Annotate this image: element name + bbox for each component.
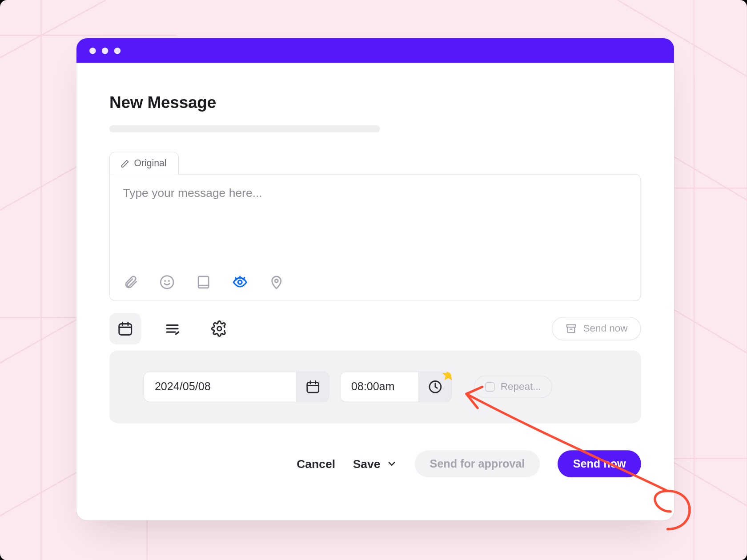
queue-icon [164, 320, 181, 337]
paperclip-icon[interactable] [123, 275, 138, 290]
gear-icon [211, 320, 228, 337]
chevron-down-icon [386, 459, 397, 469]
pin-icon[interactable] [269, 275, 284, 290]
archive-icon [566, 323, 577, 334]
svg-point-0 [161, 276, 173, 289]
send-for-approval-button[interactable]: Send for approval [414, 450, 540, 477]
star-icon [441, 372, 452, 383]
calendar-icon [305, 379, 320, 394]
schedule-tab-calendar[interactable] [109, 313, 141, 344]
repeat-chip[interactable]: Repeat... [474, 376, 552, 398]
svg-point-5 [275, 279, 278, 282]
svg-point-1 [165, 280, 165, 281]
window-dot-close[interactable] [89, 47, 96, 54]
square-icon[interactable] [196, 275, 211, 290]
eye-icon[interactable] [233, 275, 248, 290]
send-now-button[interactable]: Send now [558, 450, 641, 477]
svg-rect-8 [567, 325, 576, 328]
svg-point-2 [169, 280, 169, 281]
page-title: New Message [109, 93, 641, 112]
message-editor [109, 174, 641, 301]
footer-actions: Cancel Save Send for approval Send now [109, 450, 641, 477]
send-now-chip[interactable]: Send now [552, 317, 641, 340]
window: New Message Original [76, 38, 674, 520]
schedule-panel: Repeat... [109, 350, 641, 423]
schedule-tab-settings[interactable] [204, 313, 235, 344]
svg-rect-3 [198, 276, 209, 288]
subtitle-placeholder [109, 125, 380, 132]
date-input-group [144, 372, 329, 402]
pencil-icon [120, 159, 129, 168]
window-dot-max[interactable] [114, 47, 121, 54]
svg-point-4 [238, 280, 242, 284]
svg-rect-9 [307, 382, 318, 392]
editor-toolbar [123, 275, 627, 290]
time-input-group [340, 372, 452, 402]
time-picker-button[interactable] [419, 372, 452, 402]
send-now-chip-label: Send now [583, 323, 627, 334]
repeat-checkbox[interactable] [485, 382, 494, 392]
window-titlebar [76, 38, 674, 63]
svg-point-7 [217, 327, 221, 331]
svg-rect-6 [119, 324, 132, 335]
schedule-tab-queue[interactable] [157, 313, 188, 344]
date-input[interactable] [144, 372, 297, 402]
smile-icon[interactable] [159, 275, 174, 290]
calendar-icon [117, 320, 133, 337]
window-dot-min[interactable] [102, 47, 108, 54]
message-input[interactable] [123, 186, 627, 251]
repeat-label: Repeat... [501, 381, 541, 392]
tab-original-label: Original [134, 158, 167, 169]
save-label: Save [353, 457, 381, 470]
time-input[interactable] [340, 372, 419, 402]
save-button[interactable]: Save [353, 457, 397, 470]
schedule-mode-tabs [109, 313, 235, 344]
tab-original[interactable]: Original [109, 152, 179, 175]
date-picker-button[interactable] [297, 372, 329, 402]
cancel-button[interactable]: Cancel [297, 457, 335, 470]
